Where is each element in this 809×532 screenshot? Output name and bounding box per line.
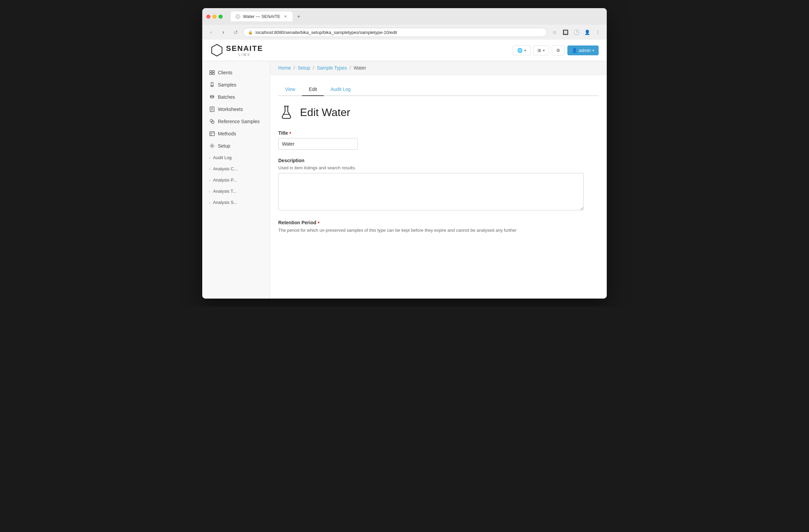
page-title: Edit Water [300, 106, 350, 119]
tabs-bar: View Edit Audit Log [278, 83, 599, 96]
ext-btn-1[interactable]: 🔲 [561, 28, 570, 37]
admin-label: admin [579, 48, 591, 53]
description-textarea[interactable] [278, 173, 584, 210]
ext-btn-3[interactable]: 👤 [582, 28, 592, 37]
svg-rect-4 [212, 73, 214, 75]
breadcrumb-sample-types[interactable]: Sample Types [317, 65, 347, 71]
breadcrumb-home[interactable]: Home [278, 65, 291, 71]
globe-btn[interactable]: 🌐 ▾ [513, 46, 530, 55]
methods-icon [209, 131, 215, 137]
reload-btn[interactable]: ↺ [231, 28, 240, 37]
sidebar-item-analysis-c[interactable]: › Analysis C... [202, 163, 270, 174]
reference-samples-label: Reference Samples [218, 119, 260, 124]
logo-text: SENAITE [226, 44, 263, 53]
forward-btn[interactable]: › [219, 28, 228, 37]
header-actions: 🌐 ▾ ⊞ ▾ ⚙ 👤 admin ▾ [513, 46, 599, 55]
admin-caret: ▾ [592, 49, 594, 52]
sep-2: / [313, 65, 314, 71]
sidebar-item-clients[interactable]: Clients [202, 67, 270, 79]
main-content: Home / Setup / Sample Types / Water View… [270, 61, 607, 298]
lock-icon: 🔒 [248, 30, 253, 35]
setup-icon [209, 143, 215, 149]
new-tab-btn[interactable]: + [294, 12, 303, 21]
samples-label: Samples [218, 82, 236, 88]
svg-rect-5 [211, 83, 213, 86]
settings-btn[interactable]: ⚙ [552, 46, 565, 55]
clients-icon [209, 70, 215, 76]
url-text: localhost:8080/senaite/bika_setup/bika_s… [256, 30, 397, 35]
sidebar-item-reference-samples[interactable]: Reference Samples [202, 115, 270, 127]
breadcrumb: Home / Setup / Sample Types / Water [270, 61, 607, 75]
logo: SENAITE LIMS [210, 44, 263, 57]
samples-icon [209, 82, 215, 88]
ext-btn-2[interactable]: 🕐 [571, 28, 581, 37]
sep-3: / [349, 65, 351, 71]
logo-icon [210, 44, 223, 57]
globe-caret: ▾ [524, 49, 526, 52]
svg-point-7 [210, 97, 214, 98]
tab-view[interactable]: View [278, 83, 302, 96]
address-bar[interactable]: 🔒 localhost:8080/senaite/bika_setup/bika… [243, 28, 547, 37]
svg-marker-0 [212, 45, 222, 56]
chevron-at-icon: › [209, 189, 210, 193]
sidebar: Clients Samples [202, 61, 270, 298]
minimize-window-btn[interactable] [212, 15, 217, 19]
chevron-audit-icon: › [209, 156, 210, 160]
logo-lims: LIMS [226, 53, 263, 57]
breadcrumb-current: Water [354, 65, 366, 71]
sidebar-item-analysis-p[interactable]: › Analysis P... [202, 174, 270, 186]
description-field: Description Used in item listings and se… [278, 158, 584, 211]
sidebar-item-analysis-t[interactable]: › Analysis T... [202, 186, 270, 197]
svg-rect-16 [210, 132, 214, 136]
svg-rect-2 [212, 71, 214, 72]
tab-audit-log[interactable]: Audit Log [324, 83, 357, 96]
tab-edit[interactable]: Edit [302, 83, 324, 96]
title-input[interactable] [278, 138, 358, 150]
browser-tab[interactable]: ⬡ Water — SENAITE ✕ [231, 12, 293, 21]
analysis-s-label: Analysis S... [213, 200, 238, 205]
retention-field: Retention Period • The period for which … [278, 220, 584, 233]
title-label: Title • [278, 130, 584, 136]
setup-label: Setup [218, 143, 230, 149]
user-icon: 👤 [572, 48, 577, 53]
page-heading: Edit Water [278, 104, 599, 120]
svg-point-19 [211, 145, 213, 147]
title-field: Title • [278, 130, 584, 150]
sidebar-item-analysis-s[interactable]: › Analysis S... [202, 197, 270, 208]
sidebar-item-setup[interactable]: Setup [202, 140, 270, 152]
traffic-lights[interactable] [206, 15, 223, 19]
worksheets-label: Worksheets [218, 106, 243, 112]
svg-rect-3 [210, 73, 212, 75]
grid-btn[interactable]: ⊞ ▾ [533, 46, 549, 55]
flask-icon [278, 104, 295, 120]
analysis-t-label: Analysis T... [213, 189, 237, 194]
admin-menu-btn[interactable]: 👤 admin ▾ [567, 46, 599, 55]
grid-icon: ⊞ [537, 48, 541, 53]
bookmark-btn[interactable]: ☆ [550, 28, 559, 37]
chevron-as-icon: › [209, 201, 210, 205]
menu-btn[interactable]: ⋮ [593, 28, 603, 37]
retention-hint: The period for which un-preserved sample… [278, 228, 584, 233]
description-hint: Used in item listings and search results… [278, 165, 584, 170]
page-heading-icon [278, 104, 295, 120]
globe-icon: 🌐 [517, 48, 522, 53]
clients-label: Clients [218, 70, 233, 75]
breadcrumb-setup[interactable]: Setup [298, 65, 310, 71]
batches-icon [209, 94, 215, 100]
audit-log-label: Audit Log [213, 155, 232, 160]
grid-caret: ▾ [543, 49, 545, 52]
tab-close-btn[interactable]: ✕ [283, 14, 288, 19]
chevron-ac-icon: › [209, 167, 210, 171]
tab-favicon: ⬡ [236, 14, 240, 19]
sidebar-item-samples[interactable]: Samples [202, 79, 270, 91]
sidebar-item-audit-log[interactable]: › Audit Log [202, 152, 270, 163]
sidebar-item-methods[interactable]: Methods [202, 127, 270, 140]
batches-label: Batches [218, 94, 235, 100]
analysis-p-label: Analysis P... [213, 177, 237, 183]
close-window-btn[interactable] [206, 15, 210, 19]
sidebar-item-batches[interactable]: Batches [202, 91, 270, 103]
sidebar-item-worksheets[interactable]: Worksheets [202, 103, 270, 115]
back-btn[interactable]: ‹ [206, 28, 216, 37]
maximize-window-btn[interactable] [219, 15, 223, 19]
tab-title: Water — SENAITE [243, 14, 280, 19]
